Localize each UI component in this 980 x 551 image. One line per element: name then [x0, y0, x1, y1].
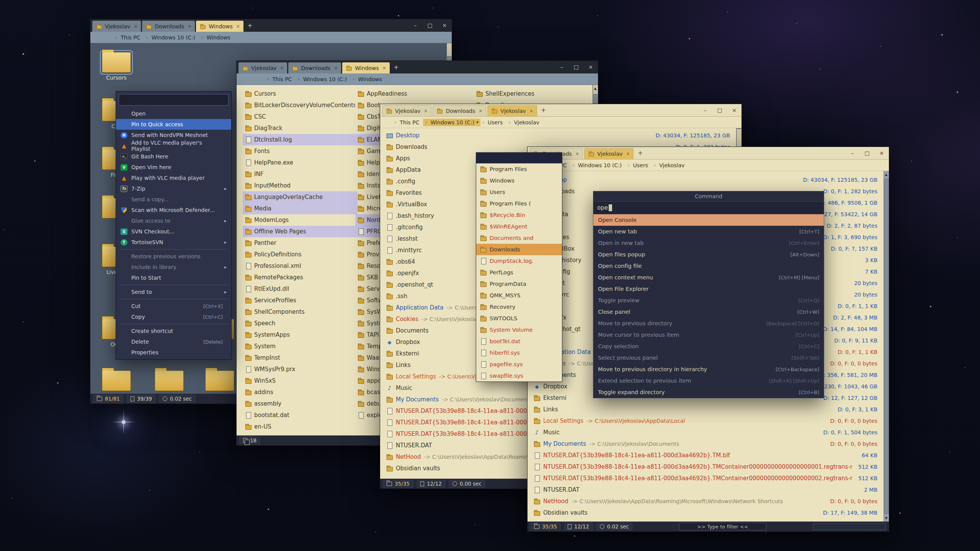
- tab[interactable]: Downloads ×: [433, 105, 486, 116]
- file-row[interactable]: TempInst: [243, 352, 358, 364]
- file-row[interactable]: INF: [243, 168, 358, 180]
- file-row[interactable]: NTUSER.DAT{53b39e88-18c4-11ea-a811-000d3…: [530, 473, 882, 484]
- tab[interactable]: Vjekoslav ×: [382, 105, 431, 116]
- breadcrumb-item[interactable]: › Windows 10 (C:) ▾: [423, 119, 480, 126]
- maximize-button[interactable]: □: [569, 61, 583, 73]
- file-row[interactable]: Local Settings -> C:\Users\Vjekoslav\App…: [530, 415, 882, 427]
- tab-close-icon[interactable]: ×: [280, 65, 284, 71]
- context-menu-item[interactable]: [116, 283, 231, 287]
- breadcrumb-item[interactable]: › This PC: [392, 119, 423, 126]
- minimize-button[interactable]: –: [408, 19, 423, 32]
- close-button[interactable]: ×: [437, 19, 452, 32]
- file-row[interactable]: en-US: [243, 421, 358, 432]
- palette-item[interactable]: Copy selection [Ctrl+C]: [593, 341, 824, 352]
- palette-item[interactable]: Move to previous directory in hierarchy …: [593, 364, 824, 375]
- scrollbar-thumb[interactable]: [737, 128, 741, 129]
- dropdown-item[interactable]: swapfile.sys: [476, 370, 562, 381]
- dropdown-item[interactable]: PerfLogs: [476, 267, 562, 278]
- context-menu-item[interactable]: Git Bash Here: [116, 151, 231, 162]
- context-menu-item[interactable]: Pin to Start: [116, 272, 231, 283]
- breadcrumb-item[interactable]: › Windows: [199, 34, 234, 41]
- dropdown-item[interactable]: Program Files (: [476, 198, 562, 209]
- file-row[interactable]: NTUSER.DAT{53b39e88-18c4-11ea-a811-000d3…: [530, 450, 882, 461]
- context-menu-item[interactable]: Add to VLC media player's Playlist: [116, 140, 231, 151]
- tab[interactable]: Downloads ×: [288, 62, 341, 73]
- dropdown-filter-input[interactable]: [476, 153, 562, 163]
- breadcrumb-item[interactable]: › Windows 10 (C:): [296, 75, 351, 83]
- nav-button[interactable]: [256, 76, 262, 83]
- filter-hint[interactable]: >> Type to filter <<: [679, 523, 766, 530]
- nav-button[interactable]: [105, 34, 110, 41]
- nav-button[interactable]: [240, 76, 246, 83]
- context-menu-item[interactable]: Give access to ▸: [116, 215, 231, 226]
- tab-close-icon[interactable]: ×: [626, 151, 630, 156]
- palette-item[interactable]: Open new tab [Ctrl+T]: [593, 226, 824, 237]
- file-row[interactable]: ModemLogs: [243, 214, 358, 226]
- file-row[interactable]: RemotePackages: [243, 272, 358, 283]
- context-menu-item[interactable]: Open Vim here: [116, 162, 231, 173]
- tab-close-icon[interactable]: ×: [424, 108, 428, 114]
- context-menu-item[interactable]: Play with VLC media player: [116, 173, 231, 183]
- file-row[interactable]: AppReadiness: [355, 88, 470, 99]
- file-row[interactable]: ShellComponents: [243, 306, 358, 318]
- maximize-button[interactable]: □: [423, 19, 437, 32]
- context-menu-item[interactable]: [116, 248, 231, 251]
- palette-item[interactable]: Open config file: [593, 260, 824, 272]
- minimize-button[interactable]: –: [845, 147, 860, 160]
- file-row[interactable]: bootstat.dat: [243, 409, 358, 421]
- dropdown-item[interactable]: $WinREAgent: [476, 221, 562, 232]
- file-row[interactable]: My Documents -> C:\Users\Vjekoslav\Docum…: [530, 438, 882, 450]
- maximize-button[interactable]: □: [712, 104, 727, 117]
- context-menu-item[interactable]: Create shortcut: [116, 326, 231, 336]
- new-tab-button[interactable]: +: [245, 21, 255, 30]
- file-row[interactable]: Professional.xml: [243, 260, 358, 272]
- tab-close-icon[interactable]: ×: [382, 65, 386, 71]
- breadcrumb-item[interactable]: › Windows 10 (C:): [144, 34, 199, 41]
- palette-item[interactable]: Open in new tab [Ctrl+Enter]: [593, 237, 824, 249]
- file-row[interactable]: SystemApps: [243, 329, 358, 341]
- palette-item[interactable]: Toggle preview [Ctrl+Q]: [593, 295, 824, 306]
- context-menu-item[interactable]: Pin to Quick access: [116, 119, 231, 130]
- context-menu-item[interactable]: TortoiseSVN ▸: [116, 237, 231, 248]
- palette-item[interactable]: Close panel [Ctrl+W]: [593, 306, 824, 318]
- tab[interactable]: Windows ×: [342, 62, 390, 73]
- breadcrumb-item[interactable]: › Vjekoslav: [506, 119, 543, 126]
- context-menu-item[interactable]: SVN Checkout...: [116, 226, 231, 237]
- file-row[interactable]: BitLockerDiscoveryVolumeContents: [243, 99, 358, 111]
- context-menu-item[interactable]: Properties: [116, 347, 231, 358]
- file-row[interactable]: PolicyDefinitions: [243, 249, 358, 260]
- dropdown-item[interactable]: System Volume: [476, 324, 562, 336]
- palette-item[interactable]: Extend selection to previous item [Shift…: [593, 375, 824, 386]
- nav-button[interactable]: [100, 34, 105, 41]
- breadcrumb-item[interactable]: › This PC: [265, 75, 296, 83]
- tab-close-icon[interactable]: ×: [188, 24, 191, 29]
- grid-item[interactable]: Cursors: [91, 52, 142, 81]
- context-menu-item[interactable]: Send with NordVPN Meshnet: [116, 130, 231, 140]
- palette-item[interactable]: Move to previous directory [Backspace] […: [593, 318, 824, 329]
- tab[interactable]: Vjekoslav ×: [487, 105, 537, 116]
- context-menu-item[interactable]: Copy [Ctrl+C]: [116, 311, 231, 322]
- context-menu-item[interactable]: 7-Zip ▸: [116, 183, 231, 194]
- minimize-button[interactable]: –: [698, 104, 712, 117]
- file-row[interactable]: Obsidian vaults D: 17, F: 149, 38 MB: [530, 507, 882, 518]
- grid-item[interactable]: [91, 370, 142, 394]
- tab[interactable]: Windows ×: [196, 21, 243, 32]
- context-menu-item[interactable]: [116, 297, 231, 301]
- dropdown-item[interactable]: pagefile.sys: [476, 359, 562, 370]
- dropdown-item[interactable]: Users: [476, 186, 562, 198]
- context-menu-item[interactable]: Send to ▸: [116, 287, 231, 297]
- scroll-up-icon[interactable]: ▲: [884, 171, 889, 178]
- file-row[interactable]: CSC: [243, 111, 358, 122]
- context-menu-item[interactable]: Include in library ▸: [116, 262, 231, 272]
- breadcrumb-item[interactable]: › Users: [480, 119, 506, 126]
- dropdown-item[interactable]: Recovery: [476, 301, 562, 313]
- file-row[interactable]: InputMethod: [243, 180, 358, 191]
- palette-item[interactable]: Open Console: [593, 214, 824, 226]
- file-row[interactable]: Links D: 0, F: 3, 1 KB: [530, 404, 882, 415]
- dropdown-item[interactable]: Windows: [476, 175, 562, 186]
- file-row[interactable]: Music D: 0, F: 1, 504 bytes: [530, 427, 882, 438]
- minimize-button[interactable]: –: [554, 61, 569, 73]
- context-menu-item[interactable]: Cut [Ctrl+X]: [116, 301, 231, 311]
- breadcrumb-item[interactable]: › This PC: [113, 34, 144, 41]
- scroll-down-icon[interactable]: ▼: [884, 515, 889, 521]
